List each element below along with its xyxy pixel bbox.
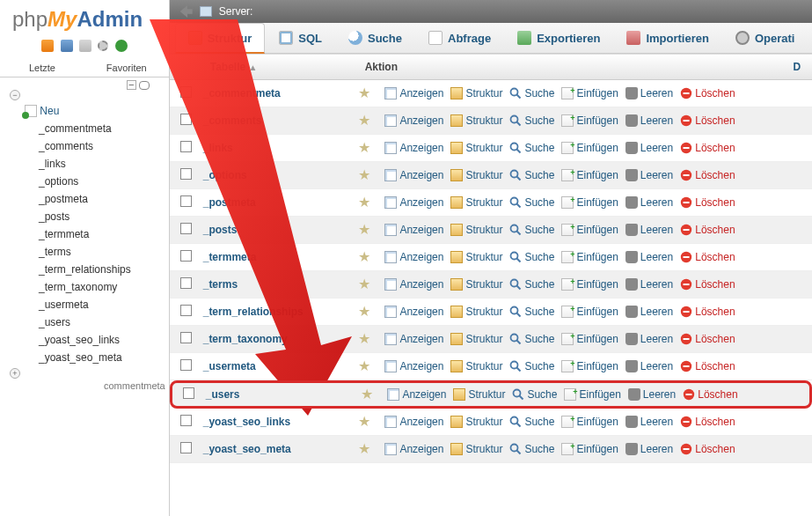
tree-table-item[interactable]: _commentmeta	[39, 120, 165, 137]
insert-action[interactable]: Einfügen	[560, 278, 619, 291]
search-action[interactable]: Suche	[508, 196, 556, 209]
table-name-link[interactable]: _options	[203, 169, 358, 181]
row-checkbox[interactable]	[180, 442, 192, 453]
structure-action[interactable]: Struktur	[449, 87, 504, 100]
empty-action[interactable]: Leeren	[624, 360, 675, 372]
favorite-icon[interactable]: ★	[358, 333, 370, 345]
favorite-icon[interactable]: ★	[358, 251, 370, 263]
tab-operationen[interactable]: Operati	[723, 23, 808, 53]
structure-action[interactable]: Struktur	[449, 278, 504, 291]
browse-action[interactable]: Anzeigen	[383, 169, 445, 181]
structure-action[interactable]: Struktur	[451, 388, 507, 401]
empty-action[interactable]: Leeren	[624, 87, 675, 100]
empty-action[interactable]: Leeren	[624, 416, 675, 428]
row-checkbox[interactable]	[180, 223, 192, 234]
tree-table-item[interactable]: _usermeta	[39, 296, 165, 313]
insert-action[interactable]: Einfügen	[562, 388, 622, 401]
structure-action[interactable]: Struktur	[449, 443, 504, 455]
table-name-link[interactable]: _links	[203, 142, 358, 154]
drop-action[interactable]: Löschen	[678, 114, 736, 127]
drop-action[interactable]: Löschen	[678, 142, 736, 154]
structure-action[interactable]: Struktur	[449, 416, 504, 428]
search-action[interactable]: Suche	[508, 251, 556, 263]
tree-table-item[interactable]: _postmeta	[39, 190, 165, 208]
search-action[interactable]: Suche	[508, 169, 556, 181]
tree-table-item[interactable]: _terms	[39, 243, 165, 261]
insert-action[interactable]: Einfügen	[560, 416, 619, 428]
tree-table-item[interactable]: _term_taxonomy	[39, 278, 165, 296]
browse-action[interactable]: Anzeigen	[383, 142, 445, 154]
logout-icon[interactable]	[61, 40, 73, 52]
col-tabelle[interactable]: Tabelle	[210, 61, 245, 73]
row-checkbox[interactable]	[180, 86, 192, 98]
favorite-icon[interactable]: ★	[358, 443, 370, 455]
insert-action[interactable]: Einfügen	[560, 142, 619, 154]
reload-icon[interactable]	[115, 40, 128, 52]
empty-action[interactable]: Leeren	[624, 169, 675, 181]
tree-expand-icon[interactable]: +	[10, 368, 20, 379]
drop-action[interactable]: Löschen	[678, 306, 736, 318]
insert-action[interactable]: Einfügen	[560, 114, 619, 127]
table-name-link[interactable]: _yoast_seo_links	[203, 416, 358, 428]
table-name-link[interactable]: _terms	[203, 278, 358, 291]
structure-action[interactable]: Struktur	[449, 169, 504, 181]
browse-action[interactable]: Anzeigen	[383, 443, 445, 455]
search-action[interactable]: Suche	[508, 360, 556, 372]
tree-table-item[interactable]: _termmeta	[39, 225, 165, 243]
search-action[interactable]: Suche	[508, 114, 556, 127]
tab-exportieren[interactable]: Exportieren	[505, 23, 612, 53]
favorite-icon[interactable]: ★	[358, 142, 370, 154]
row-checkbox[interactable]	[180, 359, 192, 371]
browse-action[interactable]: Anzeigen	[383, 278, 445, 291]
favorite-icon[interactable]: ★	[358, 169, 370, 181]
insert-action[interactable]: Einfügen	[560, 169, 619, 181]
drop-action[interactable]: Löschen	[678, 87, 736, 100]
drop-action[interactable]: Löschen	[678, 333, 736, 345]
browse-action[interactable]: Anzeigen	[383, 196, 445, 209]
tab-importieren[interactable]: Importieren	[614, 23, 721, 53]
table-name-link[interactable]: _term_taxonomy	[203, 333, 358, 345]
insert-action[interactable]: Einfügen	[560, 251, 619, 263]
table-name-link[interactable]: _term_relationships	[203, 306, 358, 318]
insert-action[interactable]: Einfügen	[560, 306, 619, 318]
browse-action[interactable]: Anzeigen	[383, 360, 445, 372]
row-checkbox[interactable]	[180, 195, 192, 207]
tree-table-item[interactable]: _users	[39, 313, 165, 331]
insert-action[interactable]: Einfügen	[560, 196, 619, 209]
insert-action[interactable]: Einfügen	[560, 443, 619, 455]
empty-action[interactable]: Leeren	[624, 306, 675, 318]
insert-action[interactable]: Einfügen	[560, 87, 619, 100]
row-checkbox[interactable]	[180, 141, 192, 152]
structure-action[interactable]: Struktur	[449, 196, 504, 209]
empty-action[interactable]: Leeren	[624, 443, 675, 455]
home-icon[interactable]	[41, 40, 54, 52]
row-checkbox[interactable]	[180, 168, 192, 180]
row-checkbox[interactable]	[183, 387, 194, 399]
tree-table-item[interactable]: _term_relationships	[39, 261, 165, 278]
search-action[interactable]: Suche	[508, 278, 556, 291]
docs-icon[interactable]	[79, 40, 91, 52]
browse-action[interactable]: Anzeigen	[385, 388, 448, 401]
empty-action[interactable]: Leeren	[624, 196, 675, 209]
drop-action[interactable]: Löschen	[678, 224, 736, 236]
search-action[interactable]: Suche	[508, 142, 556, 154]
favorites-tab[interactable]: Favoriten	[84, 59, 169, 77]
tree-table-item[interactable]: _yoast_seo_meta	[39, 349, 165, 366]
tree-collapse-icon[interactable]: −	[10, 90, 20, 100]
table-name-link[interactable]: _yoast_seo_meta	[203, 443, 358, 455]
structure-action[interactable]: Struktur	[449, 224, 504, 236]
row-checkbox[interactable]	[180, 277, 192, 289]
table-name-link[interactable]: _postmeta	[203, 196, 358, 209]
drop-action[interactable]: Löschen	[678, 360, 736, 372]
favorite-icon[interactable]: ★	[358, 360, 370, 372]
browse-action[interactable]: Anzeigen	[383, 333, 445, 345]
table-name-link[interactable]: _users	[206, 388, 361, 401]
drop-action[interactable]: Löschen	[678, 278, 736, 291]
empty-action[interactable]: Leeren	[624, 224, 675, 236]
sort-asc-icon[interactable]: ▲	[249, 63, 258, 72]
row-checkbox[interactable]	[180, 305, 192, 316]
empty-action[interactable]: Leeren	[624, 251, 675, 263]
structure-action[interactable]: Struktur	[449, 251, 504, 263]
browse-action[interactable]: Anzeigen	[383, 114, 445, 127]
search-action[interactable]: Suche	[508, 416, 556, 428]
